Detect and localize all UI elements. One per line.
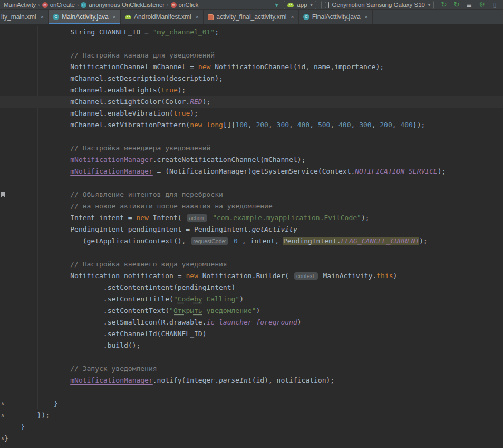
- code-line[interactable]: // Настройка внешнего вида уведомления: [0, 259, 503, 270]
- android-icon: [125, 15, 131, 19]
- code-line[interactable]: }: [0, 433, 503, 444]
- code-token: FLAG_CANCEL_CURRENT: [341, 237, 420, 245]
- code-token: });: [413, 121, 425, 129]
- code-token: );: [361, 214, 370, 222]
- close-icon[interactable]: ×: [41, 14, 44, 20]
- fold-arrow-icon[interactable]: ∧: [0, 436, 5, 441]
- close-icon[interactable]: ×: [291, 14, 294, 20]
- code-line[interactable]: mChannel.setDescription(description);: [0, 73, 503, 84]
- code-token: Codeby: [178, 295, 202, 303]
- run-configuration-select[interactable]: app ▾: [284, 1, 316, 9]
- code-token: NOTIFICATION_SERVICE: [355, 167, 438, 175]
- code-line[interactable]: // Настройка канала для уведомлений: [0, 50, 503, 61]
- code-line[interactable]: });: [0, 409, 503, 421]
- code-token: new: [136, 214, 148, 222]
- apply-changes-icon[interactable]: ↻: [439, 0, 449, 9]
- code-line[interactable]: Intent intent = new Intent( action: "com…: [0, 212, 503, 224]
- code-line[interactable]: mChannel.setLightColor(Color.RED);: [0, 96, 503, 108]
- code-area[interactable]: String CHANNEL_ID = "my_channel_01"; // …: [0, 26, 503, 444]
- code-token: 100: [235, 121, 247, 129]
- tab-mainactivity-java[interactable]: CMainActivity.java×: [49, 10, 121, 24]
- build-variants-icon[interactable]: ≣: [464, 0, 475, 9]
- code-line[interactable]: mChannel.setVibrationPattern(new long[]{…: [0, 119, 503, 131]
- code-line[interactable]: mNotificationManager.createNotificationC…: [0, 154, 503, 166]
- code-token: [4, 156, 70, 164]
- code-line[interactable]: .build();: [0, 340, 503, 351]
- code-token: mChannel.setLightColor(Color.: [4, 98, 190, 106]
- tab-finalacttivity-java[interactable]: CFinalActtivity.java×: [299, 10, 373, 24]
- code-token: // Настройка внешнего вида уведомления: [4, 260, 227, 268]
- code-token: "my_channel_01": [153, 28, 215, 36]
- breadcrumb-item-onclick[interactable]: monClick: [169, 2, 200, 8]
- code-line[interactable]: Notification notification = new Notifica…: [0, 270, 503, 282]
- breadcrumb-item-oncreate[interactable]: monCreate: [41, 2, 76, 8]
- avd-manager-icon[interactable]: ▯: [489, 0, 500, 9]
- code-token: }: [4, 399, 58, 407]
- code-line[interactable]: [0, 247, 503, 259]
- code-line[interactable]: NotificationChannel mChannel = new Notif…: [0, 61, 503, 73]
- run-configuration-label: app: [297, 2, 307, 8]
- code-line[interactable]: mChannel.enableLights(true);: [0, 84, 503, 96]
- code-line[interactable]: [0, 131, 503, 142]
- device-select[interactable]: Genymotion Samsung Galaxy S10 ▾: [321, 1, 434, 9]
- code-token: .createNotificationChannel(mChannel);: [153, 156, 306, 164]
- code-token: 400: [400, 121, 412, 129]
- close-icon[interactable]: ×: [196, 14, 199, 20]
- code-line[interactable]: mNotificationManager = (NotificationMana…: [0, 166, 503, 177]
- code-token: ,: [372, 121, 380, 129]
- sdk-manager-icon[interactable]: ⚙: [477, 0, 487, 9]
- code-line[interactable]: // Запуск уведомления: [0, 363, 503, 375]
- code-token: mChannel.enableLights(: [4, 86, 161, 94]
- code-line[interactable]: String CHANNEL_ID = "my_channel_01";: [0, 26, 503, 38]
- toolbar-right-group: ➤ app ▾ Genymotion Samsung Galaxy S10 ▾ …: [274, 0, 501, 9]
- code-token: getActivity: [252, 225, 297, 233]
- fold-arrow-icon[interactable]: ∧: [0, 413, 5, 418]
- code-token: ": [173, 295, 178, 303]
- code-line[interactable]: [0, 351, 503, 363]
- code-line[interactable]: }: [0, 398, 503, 409]
- code-token: );: [178, 86, 186, 94]
- code-token: new: [190, 121, 202, 129]
- apply-code-changes-icon[interactable]: ↻: [451, 0, 462, 9]
- parameter-hint: requestCode:: [191, 237, 228, 245]
- tab-label: ity_main.xml: [1, 13, 36, 21]
- code-token: Открыть: [173, 307, 202, 314]
- code-line[interactable]: .setContentTitle("Codeby Calling"): [0, 293, 503, 305]
- code-line[interactable]: [0, 386, 503, 398]
- code-line[interactable]: (getApplicationContext(), requestCode: 0…: [0, 235, 503, 247]
- code-line[interactable]: .setContentText("Открыть уведомление"): [0, 305, 503, 317]
- code-line[interactable]: }: [0, 421, 503, 433]
- breadcrumb-item-anonymous-onclicklistener[interactable]: Canonymous OnClickListener: [79, 2, 166, 8]
- code-line[interactable]: .setChannelId(CHANNEL_ID): [0, 328, 503, 340]
- code-token: 300: [277, 121, 289, 129]
- breadcrumb-item-mainactivity[interactable]: MainActivity: [2, 2, 37, 8]
- code-line[interactable]: mChannel.enableVibration(true);: [0, 108, 503, 119]
- code-token: ,: [351, 121, 360, 129]
- code-line[interactable]: [0, 177, 503, 189]
- code-line[interactable]: .setSmallIcon(R.drawable.ic_launcher_for…: [0, 317, 503, 328]
- code-line[interactable]: // Настройка менеджера уведомлений: [0, 142, 503, 154]
- code-token: ): [393, 272, 398, 280]
- code-token: ): [297, 318, 302, 326]
- tab-androidmanifest-xml[interactable]: AndroidManifest.xml×: [121, 10, 204, 24]
- code-line[interactable]: .setContentIntent(pendingIntent): [0, 282, 503, 293]
- code-line[interactable]: mNotificationManager.notify(Integer.pars…: [0, 375, 503, 386]
- code-line[interactable]: [0, 38, 503, 50]
- tab-label: AndroidManifest.xml: [134, 13, 191, 21]
- code-token: mNotificationManager: [70, 156, 153, 164]
- code-line[interactable]: // Обьявление интентов для переброски: [0, 189, 503, 201]
- code-token: 300: [359, 121, 371, 129]
- code-editor[interactable]: String CHANNEL_ID = "my_channel_01"; // …: [0, 24, 503, 447]
- tab-activity-final-acttivity-xml[interactable]: activity_final_acttivity.xml×: [204, 10, 299, 24]
- code-token: [229, 237, 234, 245]
- navigate-cursor-icon[interactable]: ➤: [273, 1, 281, 9]
- fold-arrow-icon[interactable]: ∧: [0, 401, 5, 406]
- close-icon[interactable]: ×: [113, 14, 116, 20]
- code-token: ;: [215, 28, 219, 36]
- close-icon[interactable]: ×: [365, 14, 368, 20]
- tab-label: activity_final_acttivity.xml: [216, 13, 286, 21]
- breadcrumb: MainActivity›monCreate›Canonymous OnClic…: [2, 2, 200, 8]
- code-line[interactable]: // на новое активити после нажатия на ув…: [0, 201, 503, 212]
- tab-ity-main-xml[interactable]: ity_main.xml×: [0, 10, 49, 24]
- code-line[interactable]: PendingIntent pendingIntent = PendingInt…: [0, 224, 503, 235]
